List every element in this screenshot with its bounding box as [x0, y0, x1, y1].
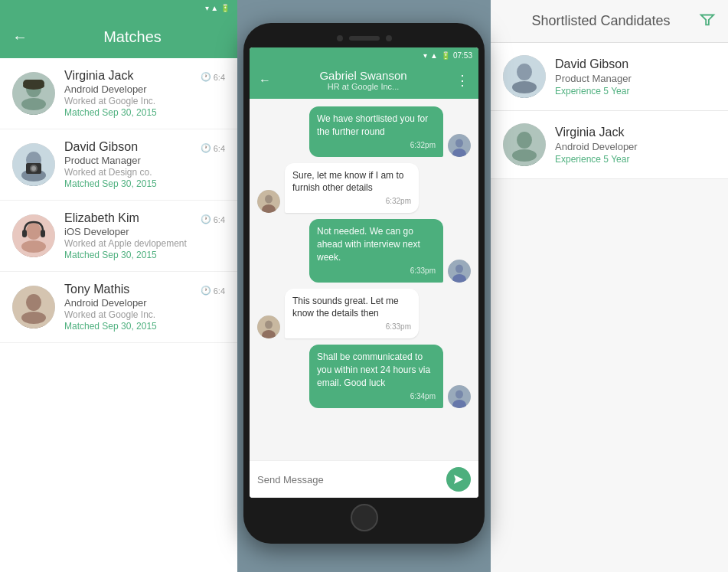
message-bubble-4: This sounds great. Let me know the detai… [285, 289, 419, 339]
matches-title: Matches [40, 28, 225, 46]
svg-point-50 [517, 132, 532, 149]
avatar-virginia [12, 72, 55, 115]
match-company: Worked at Design co. [64, 167, 191, 178]
svg-point-23 [26, 294, 41, 311]
right-panel-header: Shortlisted Candidates [491, 0, 728, 43]
message-time-4: 6:33pm [292, 322, 411, 332]
match-date: Matched Sep 30, 2015 [64, 178, 191, 189]
match-list: Virginia Jack Android Developer Worked a… [0, 58, 237, 572]
status-time: 07:53 [453, 51, 472, 60]
match-role: Android Developer [64, 83, 191, 95]
chat-more-icon[interactable]: ⋮ [455, 72, 469, 89]
svg-point-40 [455, 390, 463, 398]
sender-avatar-1 [448, 134, 471, 157]
phone-wrapper: ▾ ▲ 🔋 07:53 ← Gabriel Swanson HR at Goog… [234, 0, 495, 572]
match-info-elizabeth: Elizabeth Kim iOS Developer Worked at Ap… [64, 211, 191, 260]
match-company: Worked at Apple devlopement [64, 238, 191, 249]
match-info-virginia: Virginia Jack Android Developer Worked a… [64, 69, 191, 118]
left-status-bar: ▾ ▲ 🔋 [0, 0, 237, 15]
match-name: Virginia Jack [64, 69, 191, 83]
match-name: Tony Mathis [64, 283, 191, 296]
receiver-avatar-2 [257, 190, 280, 213]
match-time: 🕐6:4 [201, 286, 225, 296]
chat-contact-subtitle: HR at Google Inc... [277, 82, 449, 91]
signal-icon: ▲ [430, 51, 438, 60]
match-item-david[interactable]: David Gibson Product Manager Worked at D… [0, 129, 237, 201]
shortlist-item-virginia[interactable]: Virginia Jack Android Developer Experien… [491, 111, 728, 179]
svg-rect-20 [22, 230, 27, 237]
status-icons: ▾ ▲ 🔋 07:53 [423, 51, 472, 60]
message-bubble-2: Sure, let me know if I am to furnish oth… [285, 163, 419, 214]
message-row-2: Sure, let me know if I am to furnish oth… [257, 163, 471, 214]
svg-point-45 [517, 64, 532, 80]
send-button[interactable] [446, 467, 471, 492]
avatar-shortlist-david [503, 55, 546, 98]
svg-point-19 [21, 240, 46, 253]
screen-wrapper: ▾ ▲ 🔋 ← Matches [0, 0, 728, 572]
phone-top-bar [250, 32, 478, 47]
sender-avatar-5 [448, 385, 471, 408]
svg-rect-21 [41, 230, 45, 237]
svg-point-14 [31, 166, 36, 171]
message-row-3: Not needed. We can go ahead with intervi… [257, 219, 471, 282]
avatar-david [12, 143, 55, 186]
match-date: Matched Sep 30, 2015 [64, 321, 191, 332]
match-role: iOS Developer [64, 226, 191, 237]
chat-back-icon[interactable]: ← [259, 74, 271, 87]
message-text-5: Shall be communicated to you within next… [317, 351, 430, 388]
message-text-1: We have shortlisted you for the further … [317, 113, 428, 137]
phone-speaker [349, 36, 380, 41]
chat-messages: We have shortlisted you for the further … [250, 99, 478, 460]
right-panel: Shortlisted Candidates David Gibson [491, 0, 728, 572]
home-button[interactable] [351, 504, 378, 531]
back-arrow-icon[interactable]: ← [12, 28, 28, 46]
receiver-avatar-4 [257, 315, 280, 338]
svg-point-4 [21, 98, 46, 110]
chat-contact-name: Gabriel Swanson [277, 69, 449, 82]
chat-title-block: Gabriel Swanson HR at Google Inc... [277, 69, 449, 91]
match-info-david: David Gibson Product Manager Worked at D… [64, 140, 191, 189]
message-row-1: We have shortlisted you for the further … [257, 106, 471, 157]
svg-point-16 [26, 223, 41, 240]
svg-point-28 [455, 139, 463, 147]
sender-avatar-3 [448, 260, 471, 283]
match-date: Matched Sep 30, 2015 [64, 250, 191, 260]
message-text-3: Not needed. We can go ahead with intervi… [317, 226, 420, 263]
message-text-2: Sure, let me know if I am to furnish oth… [292, 170, 403, 194]
svg-rect-6 [23, 80, 44, 87]
match-item-elizabeth[interactable]: Elizabeth Kim iOS Developer Worked at Ap… [0, 201, 237, 272]
wifi-icon: ▾ [423, 51, 427, 60]
message-row-5: Shall be communicated to you within next… [257, 345, 471, 407]
left-status-icons: ▾ ▲ 🔋 [205, 4, 230, 12]
message-time-3: 6:33pm [317, 266, 436, 276]
match-item-tony[interactable]: Tony Mathis Android Developer Worked at … [0, 272, 237, 343]
shortlist-name: Virginia Jack [555, 126, 638, 139]
match-time: 🕐6:4 [201, 143, 225, 153]
shortlist-experience: Experience 5 Year [555, 86, 632, 96]
shortlisted-title: Shortlisted Candidates [503, 13, 699, 29]
avatar-shortlist-virginia [503, 123, 546, 166]
chat-header: ← Gabriel Swanson HR at Google Inc... ⋮ [250, 63, 478, 99]
shortlist-item-david[interactable]: David Gibson Product Manager Experience … [491, 43, 728, 111]
filter-icon[interactable] [699, 11, 716, 32]
svg-point-53 [512, 149, 537, 162]
message-input[interactable] [257, 474, 440, 485]
message-bubble-1: We have shortlisted you for the further … [309, 106, 443, 157]
match-date: Matched Sep 30, 2015 [64, 107, 191, 118]
match-company: Worked at Google Inc. [64, 309, 191, 320]
shortlist-info-david: David Gibson Product Manager Experience … [555, 57, 632, 96]
battery-icon: 🔋 [441, 51, 450, 60]
match-item-virginia[interactable]: Virginia Jack Android Developer Worked a… [0, 58, 237, 129]
shortlist-role: Android Developer [555, 141, 638, 152]
match-name: David Gibson [64, 140, 191, 154]
match-role: Android Developer [64, 297, 191, 309]
shortlist-name: David Gibson [555, 57, 632, 71]
phone-camera-2 [386, 35, 392, 41]
avatar-tony [12, 286, 55, 328]
svg-point-34 [455, 264, 463, 273]
message-row-4: This sounds great. Let me know the detai… [257, 289, 471, 339]
chat-input-bar [250, 460, 478, 498]
message-time-2: 6:32pm [292, 196, 411, 207]
message-text-4: This sounds great. Let me know the detai… [292, 296, 399, 319]
shortlist-experience: Experience 5 Year [555, 154, 638, 165]
